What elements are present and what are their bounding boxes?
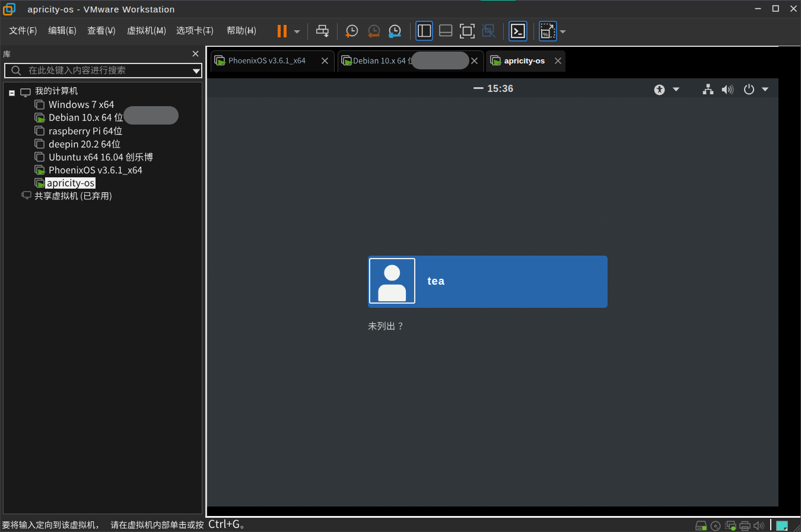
svg-text:%: % — [543, 31, 548, 37]
